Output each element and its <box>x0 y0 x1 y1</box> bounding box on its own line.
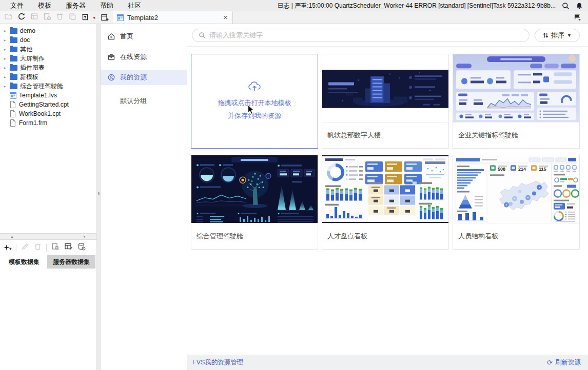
expand-arrow-icon[interactable]: ▸ <box>3 75 7 79</box>
tree-item-folder-bigscreen[interactable]: ▸大屏制作 <box>0 54 96 63</box>
tree-item-file-gettingstarted[interactable]: GettingStarted.cpt <box>0 100 96 109</box>
template-card-integrated-cockpit[interactable]: 综合管理驾驶舱 <box>191 155 318 250</box>
search-box[interactable] <box>192 29 530 42</box>
expand-arrow-icon[interactable]: ▸ <box>3 38 7 43</box>
toolbar-divider <box>46 244 47 252</box>
template-card-talent-review[interactable]: 人才盘点看板 <box>322 155 449 250</box>
file-tree: ▸demo ▸doc ▸其他 ▸大屏制作 ▸插件图表 ▸新模板 ▸综合管理驾驶舱… <box>0 24 96 233</box>
menu-list: 文件 模板 服务器 帮助 社区 <box>3 1 148 10</box>
menu-help[interactable]: 帮助 <box>93 1 121 10</box>
sidebar-item-label: 我的资源 <box>120 73 147 82</box>
tab-server-dataset[interactable]: 服务器数据集 <box>47 255 95 269</box>
preview-dataset-icon[interactable] <box>51 242 60 253</box>
tree-item-folder-demo[interactable]: ▸demo <box>0 26 96 35</box>
tree-item-folder-doc[interactable]: ▸doc <box>0 35 96 45</box>
sidebar-item-my-resources[interactable]: 我的资源 <box>101 70 187 85</box>
folder-icon <box>10 47 17 52</box>
expand-arrow-icon[interactable]: ▸ <box>3 56 7 61</box>
home-icon <box>107 32 115 40</box>
sort-button[interactable]: 排序 ▼ <box>535 29 580 42</box>
template-card-fanruan-building[interactable]: 帆软总部数字大楼 <box>322 54 449 149</box>
refresh-resources-button[interactable]: ⟳ 刷新资源 <box>547 358 581 367</box>
delete-dataset-icon[interactable] <box>34 242 42 253</box>
collapse-panel-icon[interactable]: ◂ <box>90 11 97 24</box>
tree-item-file-template1[interactable]: Template1.fvs <box>0 91 96 100</box>
expand-arrow-icon[interactable]: ▸ <box>3 29 7 33</box>
toolbar-divider <box>16 244 16 252</box>
tree-item-folder-other[interactable]: ▸其他 <box>0 45 96 54</box>
panel-splitter[interactable]: ▲ = ▼ <box>0 233 96 240</box>
tree-item-file-workbook1[interactable]: WorkBook1.cpt <box>0 109 96 118</box>
tab-template2[interactable]: Template2 ✕ <box>112 11 233 24</box>
template-settings-icon[interactable] <box>43 12 51 23</box>
thumbnail-enterprise-svg <box>453 54 579 122</box>
edit-table-icon[interactable] <box>64 242 73 253</box>
recycle-bin-icon[interactable] <box>81 12 89 23</box>
folder-icon <box>10 74 17 80</box>
template-card-enterprise-kpi[interactable]: 企业关键指标驾驶舱 <box>453 54 580 149</box>
menu-server[interactable]: 服务器 <box>58 1 93 10</box>
sort-arrows-icon <box>543 32 548 38</box>
splitter-grip-icon[interactable]: ‖ <box>96 191 101 196</box>
refresh-icon[interactable] <box>17 12 26 23</box>
splitter-up-icon[interactable]: ▲ <box>10 235 14 238</box>
tab-list-menu[interactable] <box>574 11 588 24</box>
sidebar-item-label: 首页 <box>120 32 133 41</box>
edit-dataset-icon[interactable] <box>21 242 29 253</box>
template-card-personnel-structure[interactable]: 508 214 115 <box>453 155 580 250</box>
folder-icon <box>10 65 17 71</box>
grid-row-1: 拖拽或点击打开本地模板 并保存到我的资源 <box>191 54 588 149</box>
template-view-icon[interactable] <box>30 12 38 23</box>
tree-item-folder-newtemplate[interactable]: ▸新模板 <box>0 72 96 81</box>
plus-icon: + <box>4 243 9 252</box>
sidebar-item-home[interactable]: 首页 <box>101 29 187 44</box>
copy-icon[interactable] <box>68 12 76 23</box>
expand-arrow-icon[interactable]: ▸ <box>3 47 7 52</box>
tree-item-file-form1[interactable]: Form1.frm <box>0 118 96 128</box>
delete-icon[interactable] <box>56 12 64 23</box>
vertical-splitter[interactable]: ‖ <box>96 24 101 370</box>
file-toolbar <box>0 11 90 24</box>
card-thumbnail-cockpit <box>191 155 318 223</box>
tree-label: GettingStarted.cpt <box>19 101 69 108</box>
tab-template-dataset[interactable]: 模板数据集 <box>3 255 45 269</box>
expand-arrow-icon[interactable]: ▸ <box>3 66 7 70</box>
new-folder-icon[interactable] <box>4 12 13 23</box>
tab-close-icon[interactable]: ✕ <box>223 14 228 21</box>
search-icon[interactable] <box>562 2 570 10</box>
menu-file[interactable]: 文件 <box>3 1 31 10</box>
svg-text:508: 508 <box>498 167 505 172</box>
sidebar-group-default[interactable]: 默认分组 <box>101 96 187 106</box>
tree-label: 大屏制作 <box>20 54 45 63</box>
splitter-down-icon[interactable]: ▼ <box>83 235 86 238</box>
tree-label: doc <box>20 36 30 44</box>
dataset-tabs: 模板数据集 服务器数据集 <box>0 255 96 269</box>
menu-template[interactable]: 模板 <box>31 1 58 10</box>
tree-item-folder-cockpit[interactable]: ▸综合管理驾驶舱 <box>0 81 96 91</box>
sidebar-item-online-resources[interactable]: 在线资源 <box>101 49 187 65</box>
bell-icon[interactable] <box>576 2 583 10</box>
splitter-handle-icon[interactable]: = <box>47 235 49 238</box>
upload-template-card[interactable]: 拖拽或点击打开本地模板 并保存到我的资源 <box>191 54 318 149</box>
fvs-file-icon <box>10 92 16 99</box>
tab-label: Template2 <box>127 14 158 22</box>
server-database-icon[interactable] <box>77 242 86 253</box>
log-status-text[interactable]: 日志 | 严重:15:00:00 QuartzScheduler_Worker-… <box>277 2 556 10</box>
tab-bar: Template2 ✕ <box>97 11 588 24</box>
resource-main: 排序 ▼ 拖拽或点击打开本地模板 并保存到我的资源 <box>187 24 588 370</box>
resource-sidebar: 首页 在线资源 我的资源 默认分组 <box>101 24 187 370</box>
card-title: 人员结构看板 <box>453 223 579 249</box>
search-input[interactable] <box>209 31 523 39</box>
folder-icon <box>10 37 17 43</box>
upload-hint-line1: 拖拽或点击打开本地模板 <box>218 96 291 109</box>
refresh-icon: ⟳ <box>547 359 553 366</box>
tree-item-folder-plugincharts[interactable]: ▸插件图表 <box>0 63 96 72</box>
thumbnail-cockpit-svg <box>191 155 318 223</box>
expand-arrow-icon[interactable]: ▸ <box>3 84 7 89</box>
template-grid: 拖拽或点击打开本地模板 并保存到我的资源 <box>187 47 588 250</box>
new-template-icon[interactable] <box>97 11 112 24</box>
status-bar: 日志 | 严重:15:00:00 QuartzScheduler_Worker-… <box>277 2 583 10</box>
menu-community[interactable]: 社区 <box>121 1 148 10</box>
thumbnail-building-svg <box>322 54 448 122</box>
add-dataset-button[interactable]: +▾ <box>4 243 11 252</box>
